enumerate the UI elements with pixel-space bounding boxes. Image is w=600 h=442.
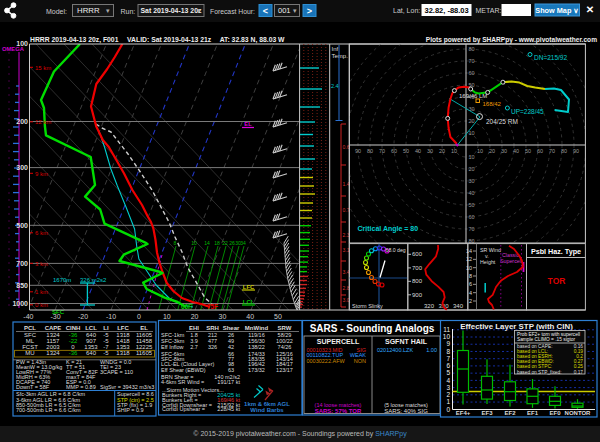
svg-text:-5: -5 <box>103 338 109 344</box>
svg-text:1418: 1418 <box>116 338 130 344</box>
svg-text:LFC: LFC <box>243 284 255 290</box>
svg-text:CAPE: CAPE <box>45 325 62 331</box>
svg-text:11605: 11605 <box>136 350 153 356</box>
svg-text:80: 80 <box>367 148 373 154</box>
svg-text:11605: 11605 <box>136 332 153 338</box>
svg-text:1318: 1318 <box>116 332 130 338</box>
svg-text:-5: -5 <box>103 350 109 356</box>
svg-text:12 km: 12 km <box>35 119 51 125</box>
svg-text:NON: NON <box>354 358 366 364</box>
svg-text:3CAPE = 110: 3CAPE = 110 <box>100 369 133 375</box>
svg-text:138/22: 138/22 <box>248 344 265 350</box>
svg-text:2: 2 <box>469 298 472 304</box>
svg-text:Psbl Haz. Type: Psbl Haz. Type <box>531 247 581 256</box>
svg-text:500: 500 <box>16 222 28 229</box>
svg-text:7: 7 <box>446 355 450 362</box>
svg-text:12: 12 <box>466 256 472 262</box>
svg-text:EL: EL <box>244 121 252 127</box>
svg-text:1km & 6km AGL: 1km & 6km AGL <box>244 401 290 407</box>
svg-text:0: 0 <box>446 406 450 413</box>
svg-text:2.8: 2.8 <box>343 285 350 291</box>
svg-text:326: 326 <box>208 344 217 350</box>
svg-text:40: 40 <box>469 190 475 196</box>
svg-text:300: 300 <box>16 164 28 171</box>
svg-text:Model:: Model: <box>46 8 67 15</box>
svg-text:SHIP = 0.9: SHIP = 0.9 <box>117 407 144 413</box>
svg-text:10: 10 <box>451 148 457 154</box>
svg-text:1000: 1000 <box>12 300 28 307</box>
svg-text:34: 34 <box>240 240 246 246</box>
svg-text:Eff Shear (EBWD): Eff Shear (EBWD) <box>161 367 206 373</box>
svg-text:4-6km SR Wind =: 4-6km SR Wind = <box>161 379 204 385</box>
svg-text:SARS: 40% SIG: SARS: 40% SIG <box>384 408 428 414</box>
svg-text:Supercell: Supercell <box>500 258 522 264</box>
svg-text:00030222.AFW: 00030222.AFW <box>307 358 346 364</box>
svg-text:Inf: Inf <box>332 46 339 52</box>
svg-text:9 km: 9 km <box>35 171 48 177</box>
svg-text:Run:: Run: <box>121 8 136 15</box>
svg-text:40: 40 <box>513 148 519 154</box>
svg-text:63: 63 <box>228 367 234 373</box>
svg-text:90: 90 <box>355 148 361 154</box>
svg-text:191/17 kt: 191/17 kt <box>217 379 240 385</box>
svg-text:10: 10 <box>191 240 197 246</box>
svg-text:20: 20 <box>469 118 475 124</box>
svg-text:Height: Height <box>480 259 496 265</box>
svg-text:LCL: LCL <box>243 299 255 305</box>
svg-text:70: 70 <box>469 58 475 64</box>
svg-text:TOR: TOR <box>548 276 566 286</box>
svg-text:3.1: 3.1 <box>343 247 350 253</box>
svg-text:-36: -36 <box>69 332 78 338</box>
svg-text:0.6: 0.6 <box>343 144 350 150</box>
svg-text:900: 900 <box>412 292 423 298</box>
svg-text:0: 0 <box>137 313 141 320</box>
svg-text:10: 10 <box>477 148 483 154</box>
svg-text:UP=228/45: UP=228/45 <box>511 108 544 115</box>
svg-text:10: 10 <box>469 154 475 160</box>
svg-text:Storm Slinky: Storm Slinky <box>352 303 383 309</box>
svg-text:75F: 75F <box>207 303 218 310</box>
svg-text:640: 640 <box>86 350 97 356</box>
svg-text:<: < <box>263 6 268 16</box>
svg-text:LFC: LFC <box>117 325 129 331</box>
svg-text:11458: 11458 <box>136 338 153 344</box>
svg-text:0 km: 0 km <box>35 302 48 308</box>
svg-text:3: 3 <box>446 384 450 391</box>
svg-text:60: 60 <box>469 70 475 76</box>
svg-text:© 2015-2019 pivotalweather.com: © 2015-2019 pivotalweather.com - Soundin… <box>193 430 407 438</box>
svg-text:DN=215/92: DN=215/92 <box>534 54 567 61</box>
svg-text:▾: ▾ <box>197 7 201 14</box>
svg-text:20: 20 <box>191 313 199 320</box>
svg-text:2.3: 2.3 <box>343 232 350 238</box>
svg-text:ML: ML <box>26 338 35 344</box>
svg-text:-30: -30 <box>51 313 61 320</box>
svg-text:10: 10 <box>466 265 472 271</box>
svg-text:22: 22 <box>222 240 228 246</box>
svg-text:METAR:: METAR: <box>476 7 502 14</box>
svg-text:SARS: 57% TOR: SARS: 57% TOR <box>315 408 362 414</box>
svg-text:18: 18 <box>214 240 220 246</box>
svg-text:228/45 kt: 228/45 kt <box>217 406 240 412</box>
svg-text:1353: 1353 <box>84 344 98 350</box>
svg-text:20: 20 <box>489 148 495 154</box>
svg-text:30: 30 <box>219 313 227 320</box>
svg-text:SRW: SRW <box>278 325 292 331</box>
svg-text:168/42: 168/42 <box>483 101 502 107</box>
svg-text:30: 30 <box>501 148 507 154</box>
svg-text:340: 340 <box>453 303 464 309</box>
svg-text:Critical Angle = 80: Critical Angle = 80 <box>358 225 419 233</box>
svg-text:30: 30 <box>427 148 433 154</box>
svg-text:(14 loose matches): (14 loose matches) <box>315 402 362 408</box>
svg-text:12225: 12225 <box>136 344 153 350</box>
svg-text:2003: 2003 <box>46 344 60 350</box>
svg-text:3.0: 3.0 <box>343 297 350 303</box>
svg-text:✕: ✕ <box>586 4 594 15</box>
svg-text:-20: -20 <box>78 313 88 320</box>
svg-text:32.82, -88.03: 32.82, -88.03 <box>425 6 469 15</box>
svg-text:26: 26 <box>229 240 235 246</box>
svg-text:3 km: 3 km <box>35 261 48 267</box>
svg-text:700: 700 <box>412 265 423 271</box>
svg-text:1353: 1353 <box>116 344 130 350</box>
svg-text:15 km: 15 km <box>35 65 51 71</box>
svg-text:2: 2 <box>446 391 450 398</box>
